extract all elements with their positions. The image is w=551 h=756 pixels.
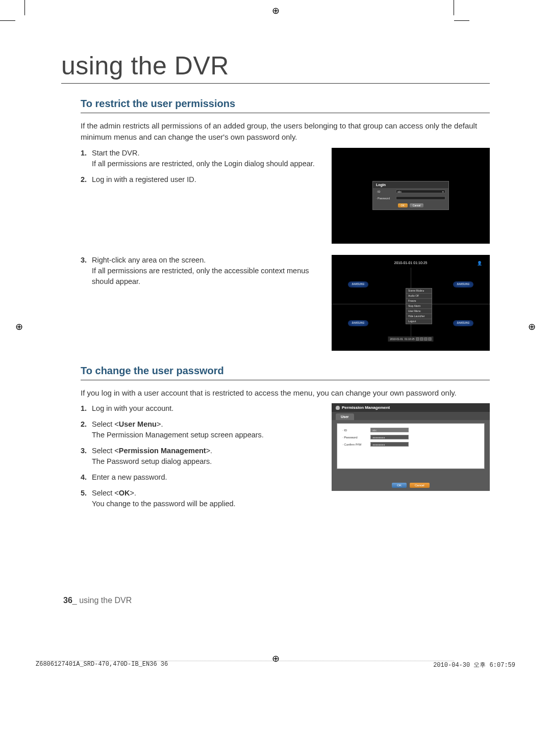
step-bold: User Menu: [119, 420, 157, 428]
pm-title-text: Permission Management: [342, 405, 390, 410]
login-dialog-title: Login: [373, 181, 448, 188]
datetime-text: 2010-01-01 01:10:25: [394, 261, 428, 265]
cancel-button[interactable]: Cancel: [410, 203, 424, 207]
step-item: Select <User Menu>. The Permission Manag…: [81, 419, 321, 440]
block-login: Start the DVR. If all permissions are re…: [81, 148, 490, 244]
pm-id-field: abc: [370, 428, 409, 432]
login-pw-row: · Password: [373, 195, 448, 201]
context-menu-item[interactable]: Freeze: [406, 299, 432, 304]
context-menu-item[interactable]: Audio Off: [406, 294, 432, 299]
registration-mark-icon: ⊕: [272, 5, 280, 16]
step-item: Log in with a registered user ID.: [81, 174, 321, 185]
registration-mark-icon: ⊕: [528, 321, 536, 332]
step-text-post: >.: [157, 420, 163, 428]
samsung-logo: SAMSUNG: [348, 320, 368, 326]
page-footer: 36_ using the DVR: [63, 596, 490, 605]
crop-mark: [454, 0, 454, 15]
context-menu-item[interactable]: Stop Alarm: [406, 304, 432, 309]
context-menu-item[interactable]: Hide Launcher: [406, 314, 432, 319]
step-text-pre: Select <: [92, 489, 119, 497]
step-item: Enter a new password.: [81, 472, 321, 483]
crop-mark: [454, 20, 469, 21]
samsung-logo: SAMSUNG: [453, 281, 473, 288]
launcher-date: 2010-01-01: [390, 337, 403, 341]
page-footer-label: _ using the DVR: [72, 596, 132, 605]
step-text: Right-click any area on the screen.: [92, 256, 206, 264]
screenshot-context-menu: 2010-01-01 01:10:25 👤 SAMSUNG SAMSUNG SA…: [332, 255, 490, 351]
steps-list: Right-click any area on the screen. If a…: [81, 255, 321, 292]
step-text: Enter a new password.: [92, 473, 167, 481]
pm-pw-row: · Password ●●●●●●●●: [342, 435, 479, 439]
page-number: 36: [63, 596, 72, 605]
pm-dialog-title: Permission Management: [332, 403, 490, 412]
samsung-logo: SAMSUNG: [348, 281, 368, 288]
step-bold: OK: [119, 489, 130, 497]
step-text-pre: Select <: [92, 447, 119, 455]
pm-cpw-row: · Confirm P/W ●●●●●●●●: [342, 442, 479, 447]
context-menu-item[interactable]: Logout: [406, 319, 432, 324]
chapter-title: using the DVR: [61, 51, 490, 84]
pm-buttons: OK Cancel: [332, 483, 490, 488]
ok-button[interactable]: OK: [398, 203, 408, 207]
pm-pw-input[interactable]: ●●●●●●●●: [370, 435, 409, 439]
login-pw-input[interactable]: [396, 196, 445, 200]
samsung-logo: SAMSUNG: [453, 320, 473, 326]
launcher-icon[interactable]: [424, 337, 428, 341]
step-subtext: The Password setup dialog appears.: [92, 456, 321, 467]
step-subtext: The Permission Management setup screen a…: [92, 430, 321, 440]
screenshot-login: Login · ID abc ▾ · Password OK Cancel: [332, 148, 490, 244]
section-title-restrict: To restrict the user permissions: [81, 98, 490, 113]
block-context: Right-click any area on the screen. If a…: [81, 255, 490, 351]
tab-user[interactable]: User: [336, 413, 354, 420]
login-id-select[interactable]: abc ▾: [396, 190, 445, 193]
launcher-icon[interactable]: [429, 337, 432, 341]
context-menu: Scene Mode ▸ Audio Off Freeze Stop Alarm…: [406, 288, 432, 324]
launcher-bar: 2010-01-01 01:10:25: [388, 336, 433, 342]
steps-list: Log in with your account. Select <User M…: [81, 403, 321, 514]
step-text-post: >.: [206, 447, 213, 455]
login-id-label: · ID: [376, 190, 394, 193]
step-bold: Permission Management: [119, 447, 206, 455]
login-dialog: Login · ID abc ▾ · Password OK Cancel: [372, 181, 449, 210]
launcher-icon[interactable]: [416, 337, 419, 341]
pm-tabs: User: [332, 412, 490, 420]
print-filepath: Z6806127401A_SRD-470,470D-IB_EN36 36: [36, 661, 168, 669]
step-subtext: You change to the password will be appli…: [92, 499, 321, 509]
step-text: Start the DVR.: [92, 149, 139, 157]
user-icon: 👤: [477, 261, 482, 266]
steps-list: Start the DVR. If all permissions are re…: [81, 148, 321, 190]
cancel-button[interactable]: Cancel: [410, 483, 430, 488]
step-item: Start the DVR. If all permissions are re…: [81, 148, 321, 169]
launcher-time: 01:10:25: [405, 337, 414, 341]
crop-mark: [24, 0, 25, 15]
context-menu-item[interactable]: User Menu: [406, 309, 432, 314]
login-id-row: · ID abc ▾: [373, 188, 448, 195]
crop-mark: [0, 20, 15, 21]
step-item: Select <Permission Management>. The Pass…: [81, 446, 321, 467]
screenshot-permission-management: Permission Management User · ID abc · Pa…: [332, 403, 490, 491]
pm-cpw-label: · Confirm P/W: [342, 443, 370, 446]
step-text: Log in with a registered user ID.: [92, 175, 196, 184]
ok-button[interactable]: OK: [392, 483, 407, 488]
step-text-pre: Select <: [92, 420, 119, 428]
section-title-changepw: To change the user password: [81, 365, 490, 380]
step-subtext: If all permissions are restricted, only …: [92, 266, 321, 287]
print-metadata: Z6806127401A_SRD-470,470D-IB_EN36 36 201…: [36, 661, 515, 669]
page-content: using the DVR To restrict the user permi…: [0, 0, 551, 636]
dropdown-arrow-icon: ▾: [442, 190, 444, 193]
launcher-icons: [416, 337, 432, 341]
print-timestamp: 2010-04-30 오후 6:07:59: [433, 661, 515, 669]
section-intro: If you log in with a user account that i…: [81, 387, 490, 399]
pm-cpw-input[interactable]: ●●●●●●●●: [370, 442, 409, 447]
login-pw-label: · Password: [376, 197, 394, 200]
registration-mark-icon: ⊕: [15, 321, 23, 332]
login-id-value: abc: [397, 190, 402, 193]
block-changepw: Log in with your account. Select <User M…: [81, 403, 490, 514]
pm-id-label: · ID: [342, 429, 370, 432]
context-menu-item[interactable]: Scene Mode ▸: [406, 289, 432, 294]
step-item: Right-click any area on the screen. If a…: [81, 255, 321, 287]
step-item: Log in with your account.: [81, 403, 321, 414]
step-subtext: If all permissions are restricted, only …: [92, 159, 321, 169]
launcher-icon[interactable]: [420, 337, 423, 341]
pm-pw-label: · Password: [342, 436, 370, 439]
